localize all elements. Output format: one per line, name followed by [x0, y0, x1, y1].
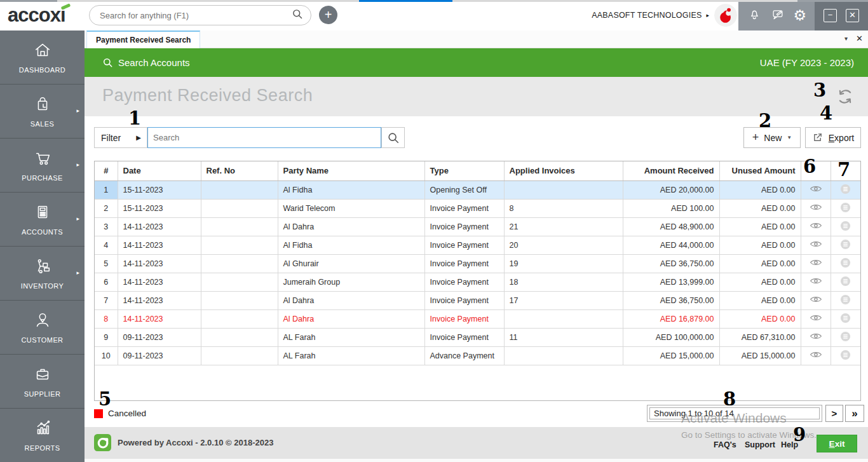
table-row[interactable]: 8 14-11-2023 Al Dahra Invoice Payment AE… [95, 309, 860, 328]
column-header-party[interactable]: Party Name [278, 161, 424, 180]
cell-unused: AED 0.00 [719, 236, 801, 254]
pagination-last-button[interactable]: » [845, 405, 864, 422]
sidebar-item-customer[interactable]: CUSTOMER [0, 301, 85, 355]
tab-payment-received-search[interactable]: Payment Received Search [86, 31, 200, 48]
calculator-icon [32, 203, 53, 224]
view-eye-icon[interactable] [806, 350, 826, 362]
pagination-next-button[interactable]: > [825, 405, 843, 422]
cell-received: AED 36,750.00 [623, 254, 719, 273]
column-header-date[interactable]: Date [118, 161, 201, 180]
sidebar-item-label: CUSTOMER [22, 336, 64, 344]
view-eye-icon[interactable] [806, 239, 826, 251]
quick-add-button[interactable]: + [319, 6, 337, 24]
row-menu-icon[interactable] [836, 293, 855, 308]
cell-applied: 19 [504, 254, 623, 273]
top-edge-blue-segment [359, 0, 452, 2]
table-row[interactable]: 3 14-11-2023 Al Dahra Invoice Payment 21… [95, 217, 860, 236]
search-icon[interactable] [292, 8, 303, 22]
row-menu-icon[interactable] [836, 238, 855, 253]
search-accounts[interactable]: Search Accounts [102, 57, 190, 68]
search-icon [102, 57, 113, 68]
sidebar-item-inventory[interactable]: INVENTORY ▸ [0, 247, 85, 301]
avatar[interactable] [714, 4, 737, 27]
view-eye-icon[interactable] [806, 294, 826, 306]
global-search [89, 5, 311, 25]
row-menu-icon[interactable] [836, 311, 855, 327]
close-icon[interactable]: ✕ [856, 34, 863, 43]
sidebar-item-label: DASHBOARD [19, 66, 65, 74]
cell-refno [201, 217, 278, 236]
column-header-no[interactable]: # [95, 161, 118, 180]
filter-button[interactable]: Filter ▶ [94, 127, 147, 148]
view-eye-icon[interactable] [806, 202, 826, 214]
sidebar-item-dashboard[interactable]: DASHBOARD [0, 31, 85, 85]
table-row[interactable]: 6 14-11-2023 Jumeraih Group Invoice Paym… [95, 273, 860, 291]
help-link[interactable]: Help [781, 440, 798, 449]
row-menu-icon[interactable] [836, 275, 855, 290]
export-icon [812, 132, 823, 143]
cell-party: Al Dahra [278, 217, 424, 236]
global-search-input[interactable] [90, 11, 292, 20]
cell-no: 3 [95, 217, 118, 236]
briefcase-icon [32, 365, 53, 386]
chat-icon[interactable] [770, 6, 785, 24]
topbar: accoxi + AABASOFT TECHNOLOGIES ▸ ⚙ [0, 0, 868, 31]
row-menu-icon[interactable] [836, 256, 855, 271]
view-eye-icon[interactable] [806, 184, 826, 196]
row-menu-icon[interactable] [836, 219, 855, 234]
row-menu-icon[interactable] [836, 182, 855, 198]
top-edge-segment [797, 0, 868, 2]
exit-button[interactable]: Exit [817, 435, 857, 452]
chevron-down-icon[interactable]: ▾ [844, 35, 848, 42]
cell-applied [504, 309, 623, 328]
column-header-refno[interactable]: Ref. No [201, 161, 278, 180]
table-body: 1 15-11-2023 Al Fidha Opening Set Off AE… [95, 180, 860, 365]
row-menu-icon[interactable] [836, 330, 855, 345]
bell-icon[interactable] [747, 6, 762, 24]
column-header-unused[interactable]: Unused Amount [719, 161, 801, 180]
column-header-applied[interactable]: Applied Invoices [504, 161, 623, 180]
view-eye-icon[interactable] [806, 257, 826, 269]
cell-date: 09-11-2023 [118, 328, 201, 346]
sidebar-item-purchase[interactable]: PURCHASE ▸ [0, 139, 85, 193]
accoxi-logo: accoxi [8, 3, 84, 27]
fiscal-year-label: UAE (FY 2023 - 2023) [760, 57, 854, 68]
column-header-type[interactable]: Type [424, 161, 504, 180]
view-eye-icon[interactable] [806, 313, 826, 325]
row-menu-icon[interactable] [836, 348, 855, 363]
gear-icon[interactable]: ⚙ [794, 7, 807, 24]
support-link[interactable]: Support [745, 440, 775, 449]
column-header-received[interactable]: Amount Received [623, 161, 719, 180]
close-button[interactable]: ✕ [846, 9, 859, 22]
view-eye-icon[interactable] [806, 331, 826, 343]
export-button[interactable]: Export [805, 127, 861, 148]
sidebar-item-accounts[interactable]: ACCOUNTS ▸ [0, 193, 85, 247]
sidebar-item-reports[interactable]: REPORTS [0, 409, 85, 462]
new-button[interactable]: + New ▼ [743, 127, 801, 148]
cell-date: 15-11-2023 [118, 180, 201, 199]
search-submit-button[interactable] [381, 127, 405, 148]
view-eye-icon[interactable] [806, 276, 826, 288]
view-eye-icon[interactable] [806, 221, 826, 233]
table-search-input[interactable] [147, 127, 381, 148]
table-row[interactable]: 1 15-11-2023 Al Fidha Opening Set Off AE… [95, 180, 860, 199]
cell-applied: 21 [504, 217, 623, 236]
minimize-button[interactable]: − [824, 9, 837, 22]
cell-type: Invoice Payment [424, 309, 504, 328]
cell-received: AED 100,000.00 [623, 328, 719, 346]
cell-unused: AED 67,310.00 [719, 328, 801, 346]
row-menu-icon[interactable] [836, 201, 855, 216]
sidebar-item-sales[interactable]: SALES ▸ [0, 85, 85, 139]
company-selector[interactable]: AABASOFT TECHNOLOGIES ▸ [592, 0, 709, 31]
table-row[interactable]: 9 09-11-2023 AL Farah Invoice Payment 11… [95, 328, 860, 346]
play-arrow-icon: ▶ [136, 134, 141, 141]
table-row[interactable]: 7 14-11-2023 Al Dahra Invoice Payment 17… [95, 291, 860, 309]
table-row[interactable]: 10 09-11-2023 AL Farah Advance Payment A… [95, 346, 860, 365]
table-row[interactable]: 5 14-11-2023 Al Ghurair Invoice Payment … [95, 254, 860, 273]
sidebar-item-supplier[interactable]: SUPPLIER [0, 355, 85, 409]
table-row[interactable]: 2 15-11-2023 Warid Telecom Invoice Payme… [95, 199, 860, 217]
faqs-link[interactable]: FAQ's [714, 440, 736, 449]
cell-refno [201, 346, 278, 365]
table-row[interactable]: 4 14-11-2023 Al Fidha Invoice Payment 20… [95, 236, 860, 254]
refresh-icon[interactable] [836, 88, 854, 106]
